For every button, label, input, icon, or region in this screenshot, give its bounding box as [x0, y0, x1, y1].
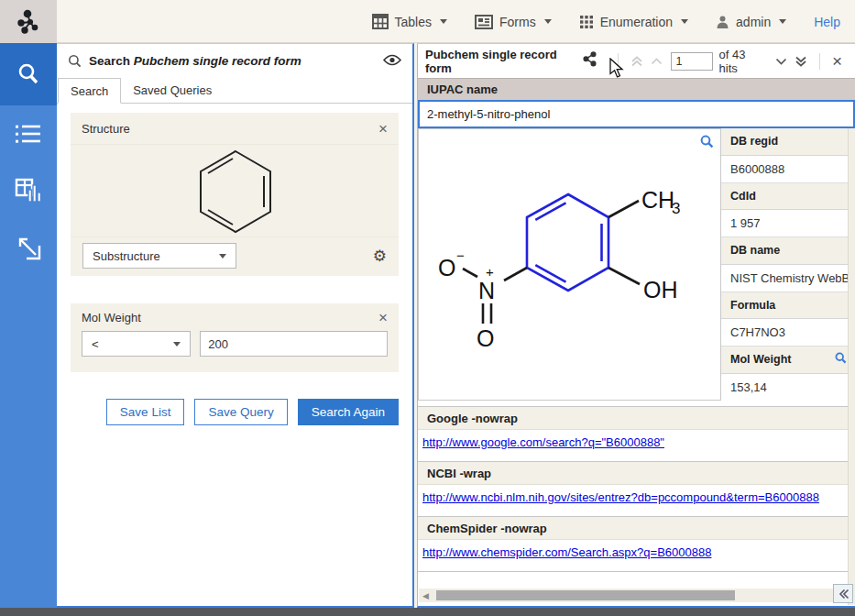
- save-list-button[interactable]: Save List: [106, 399, 185, 425]
- field-label-db-name: DB name: [721, 237, 855, 265]
- structure-query-canvas[interactable]: [71, 144, 399, 237]
- ncbi-search-link[interactable]: http://www.ncbi.nlm.nih.gov/sites/entrez…: [422, 490, 819, 504]
- molweight-condition-card: Mol Weight × <: [71, 303, 399, 372]
- next-record-button[interactable]: [772, 58, 791, 65]
- menu-tables-label: Tables: [395, 15, 432, 29]
- divider: [618, 53, 619, 70]
- sidebar-item-grid-views[interactable]: [0, 162, 57, 219]
- field-label-db-regid: DB regid: [721, 128, 855, 156]
- window-bottom-strip: [0, 608, 855, 616]
- chevron-down-icon: [779, 19, 786, 24]
- chevron-down-icon: [440, 19, 447, 24]
- save-query-button[interactable]: Save Query: [194, 399, 287, 425]
- help-link[interactable]: Help: [814, 15, 840, 29]
- sidebar-item-search[interactable]: [0, 43, 57, 105]
- close-panel-button[interactable]: ×: [828, 52, 846, 70]
- molweight-operator-select[interactable]: <: [82, 331, 191, 357]
- record-number-input[interactable]: [671, 52, 713, 71]
- close-icon[interactable]: ×: [378, 310, 388, 325]
- result-panel-header: Pubchem single record form of 43 hits: [418, 44, 855, 78]
- list-icon: [15, 122, 42, 146]
- search-mode-select[interactable]: Substructure: [82, 243, 236, 269]
- link-row-google: http://www.google.com/search?q="B6000888…: [418, 430, 855, 461]
- field-label-cdid: CdId: [721, 183, 855, 211]
- top-bar: Tables Forms Enumeration: [0, 0, 855, 43]
- field-value-db-name[interactable]: NIST Chemistry WebBo: [721, 265, 855, 292]
- field-value-mol-weight[interactable]: 153,14: [721, 374, 855, 402]
- collapse-panel-button[interactable]: [833, 584, 853, 603]
- previous-record-button[interactable]: [647, 58, 666, 65]
- structure-condition-card: Structure × Substructure: [71, 113, 399, 276]
- link-header-chemspider: ChemSpider -nowrap: [418, 517, 855, 540]
- last-record-button[interactable]: [791, 56, 811, 67]
- search-title-prefix: Search: [89, 54, 130, 68]
- horizontal-scroll-thumb[interactable]: [436, 590, 735, 600]
- sidebar-item-list[interactable]: [0, 105, 57, 162]
- enumeration-icon: [579, 15, 594, 29]
- horizontal-scrollbar[interactable]: ◀: [419, 588, 847, 602]
- record-fields-column: DB regid B6000888 CdId 1 957 DB name NIS…: [721, 128, 855, 401]
- app-logo[interactable]: [0, 0, 57, 43]
- field-label-mol-weight: Mol Weight: [721, 346, 855, 374]
- search-panel: Search Pubchem single record form Search…: [57, 43, 414, 608]
- molweight-card-title: Mol Weight: [82, 311, 141, 324]
- molweight-operator-value: <: [92, 337, 99, 351]
- grid-views-icon: [15, 177, 42, 204]
- tables-icon: [372, 14, 389, 29]
- menu-enumeration[interactable]: Enumeration: [579, 15, 688, 29]
- search-mode-value: Substructure: [93, 249, 160, 263]
- user-icon: [716, 15, 729, 29]
- atom-label-n: N: [478, 278, 495, 303]
- chevron-down-icon: [681, 19, 688, 24]
- search-panel-header: Search Pubchem single record form: [57, 44, 412, 78]
- magnify-structure-icon[interactable]: [700, 135, 714, 152]
- molweight-value-input[interactable]: [200, 331, 388, 357]
- field-value-formula[interactable]: C7H7NO3: [721, 319, 855, 346]
- atom-label-ch: CH: [641, 187, 674, 213]
- structure-card-footer: Substructure ⚙: [71, 237, 399, 274]
- sidebar-item-expand[interactable]: [0, 219, 57, 276]
- visibility-eye-icon[interactable]: [383, 53, 401, 70]
- menu-tables[interactable]: Tables: [372, 14, 447, 29]
- menu-admin[interactable]: admin: [716, 15, 786, 29]
- atom-label-o: O: [477, 325, 494, 351]
- search-icon: [16, 61, 41, 87]
- atom-label-o-minus: O: [438, 255, 455, 280]
- structure-card-title: Structure: [82, 122, 130, 136]
- chemspider-search-link[interactable]: http://www.chemspider.com/Search.aspx?q=…: [422, 545, 711, 559]
- magnify-field-icon[interactable]: [835, 352, 847, 367]
- close-icon[interactable]: ×: [378, 121, 388, 137]
- gear-icon[interactable]: ⚙: [373, 247, 387, 266]
- menu-enumeration-label: Enumeration: [600, 15, 673, 29]
- hits-count-label: of 43 hits: [719, 48, 766, 75]
- iupac-name-field[interactable]: 2-methyl-5-nitro-phenol: [418, 100, 855, 128]
- tab-saved-queries[interactable]: Saved Queries: [121, 78, 224, 103]
- chevron-down-icon: [219, 254, 226, 258]
- links-bottom-border: [418, 571, 855, 572]
- google-search-link[interactable]: http://www.google.com/search?q="B6000888…: [422, 435, 664, 449]
- chevron-down-icon: [544, 19, 552, 24]
- atom-charge-minus: −: [456, 248, 465, 263]
- link-section-ncbi: NCBI -wrap http://www.ncbi.nlm.nih.gov/s…: [418, 461, 855, 516]
- first-record-button[interactable]: [627, 56, 647, 67]
- forms-icon: [475, 15, 493, 29]
- search-panel-title: Search Pubchem single record form: [89, 54, 301, 68]
- tab-search[interactable]: Search: [58, 78, 121, 104]
- iupac-name-header: IUPAC name: [418, 78, 855, 100]
- mol-weight-label-text: Mol Weight: [730, 353, 791, 366]
- share-icon[interactable]: [583, 51, 597, 71]
- structure-display-cell[interactable]: CH 3 OH N + O − O: [418, 128, 721, 401]
- chevron-down-icon: [173, 342, 181, 346]
- molweight-card-header: Mol Weight ×: [71, 303, 399, 331]
- menu-forms[interactable]: Forms: [475, 15, 552, 29]
- search-again-button[interactable]: Search Again: [298, 399, 399, 425]
- link-header-ncbi: NCBI -wrap: [418, 462, 855, 485]
- scroll-left-arrow[interactable]: ◀: [419, 591, 433, 600]
- record-main-grid: CH 3 OH N + O − O DB regid B6000888 CdId…: [418, 128, 855, 401]
- search-panel-content: Structure × Substructure: [57, 113, 412, 425]
- field-value-cdid[interactable]: 1 957: [721, 210, 855, 237]
- vertical-scrollbar[interactable]: [848, 128, 855, 605]
- atom-charge-plus: +: [486, 264, 494, 280]
- link-row-chemspider: http://www.chemspider.com/Search.aspx?q=…: [418, 540, 855, 571]
- field-value-db-regid[interactable]: B6000888: [721, 156, 855, 183]
